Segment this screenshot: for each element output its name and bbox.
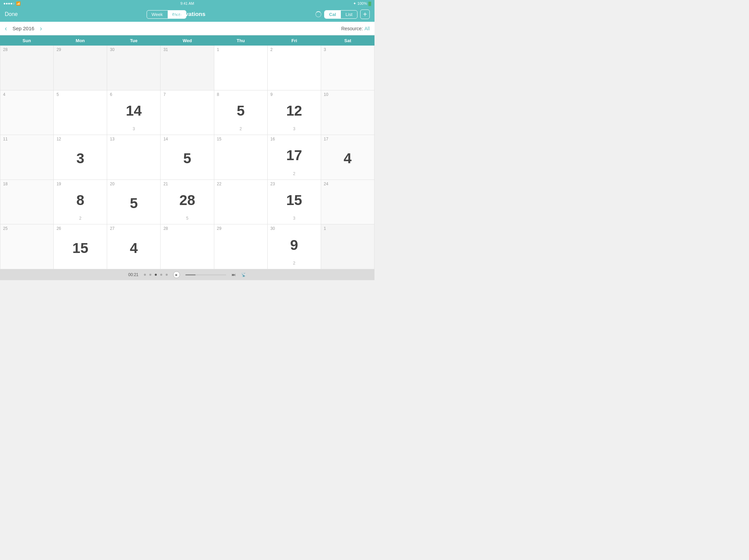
cell-date-number: 25 (3, 226, 51, 231)
wifi-icon: 📶 (16, 1, 21, 6)
calendar-cell[interactable]: 6143 (107, 90, 161, 135)
play-button[interactable]: ▶ (173, 271, 180, 278)
status-time: 9:41 AM (180, 1, 194, 5)
done-button[interactable]: Done (5, 11, 18, 17)
cell-sub-count: 3 (270, 126, 318, 131)
bottom-dot-0 (144, 274, 146, 276)
calendar-cell[interactable]: 2 (268, 46, 321, 90)
week-view-button[interactable]: Week (147, 11, 168, 18)
calendar-cell[interactable]: 274 (107, 224, 161, 269)
cal-button[interactable]: Cal (324, 11, 341, 18)
calendar-cell[interactable]: 1 (214, 46, 268, 90)
calendar-cell[interactable]: 3092 (268, 224, 321, 269)
calendar-cell[interactable]: 4 (0, 90, 54, 135)
calendar-cell[interactable]: 21285 (161, 180, 214, 225)
cell-date-number: 1 (217, 48, 265, 52)
forward-icon[interactable]: ⏭ (232, 272, 236, 277)
resource-label: Resource: (341, 26, 363, 31)
calendar-cell[interactable]: 145 (161, 135, 214, 180)
cell-date-number: 31 (163, 48, 211, 52)
bottom-dot-1 (149, 274, 151, 276)
status-left: ●●●●○ 📶 (3, 1, 21, 6)
cell-date-number: 30 (110, 48, 157, 52)
dow-cell-fri: Fri (267, 35, 321, 46)
cell-date-number: 29 (217, 226, 265, 231)
calendar-grid: 2829303112345614378529123101112313145151… (0, 46, 375, 269)
progress-bar[interactable] (185, 274, 226, 275)
calendar-cell[interactable]: 31 (161, 46, 214, 90)
cell-date-number: 4 (3, 92, 51, 97)
calendar-cell[interactable]: 852 (214, 90, 268, 135)
month-nav: ‹ Sep 2016 › Resource: All (0, 22, 375, 35)
list-button[interactable]: List (341, 11, 357, 18)
calendar-cell[interactable]: 123 (54, 135, 107, 180)
navbar-title: Reservations (169, 11, 205, 18)
cell-sub-count: 3 (270, 216, 318, 221)
next-month-button[interactable]: › (40, 24, 42, 32)
calendar-cell[interactable]: 16172 (268, 135, 321, 180)
calendar-cell[interactable]: 28 (161, 224, 214, 269)
cell-date-number: 13 (110, 137, 157, 141)
cell-date-number: 1 (324, 226, 371, 231)
calendar-cell[interactable]: 2615 (54, 224, 107, 269)
dow-cell-sat: Sat (321, 35, 375, 46)
calendar-cell[interactable]: 18 (0, 180, 54, 225)
dow-cell-wed: Wed (161, 35, 214, 46)
calendar-cell[interactable]: 29 (214, 224, 268, 269)
add-button[interactable]: + (360, 10, 370, 19)
cell-date-number: 10 (324, 92, 371, 97)
dow-cell-tue: Tue (107, 35, 161, 46)
calendar-cell[interactable]: 9123 (268, 90, 321, 135)
status-bar: ●●●●○ 📶 9:41 AM ✦ 100% ▓ (0, 0, 375, 7)
resource-value[interactable]: All (364, 26, 370, 31)
cell-reservation-count: 28 (163, 185, 211, 216)
battery-label: 100% (357, 1, 367, 5)
calendar-cell[interactable]: 5 (54, 90, 107, 135)
cell-sub-count: 5 (163, 216, 211, 221)
calendar-cell[interactable]: 13 (107, 135, 161, 180)
month-nav-left: ‹ Sep 2016 › (5, 24, 42, 32)
dow-cell-mon: Mon (53, 35, 107, 46)
battery-icon: ▓ (368, 1, 371, 5)
month-year-label: Sep 2016 (13, 26, 34, 31)
calendar-cell[interactable]: 28 (0, 46, 54, 90)
calendar-cell[interactable]: 24 (321, 180, 375, 225)
signal-dots: ●●●●○ (3, 1, 15, 5)
wifi-bottom-icon: 📡 (241, 272, 246, 277)
prev-month-button[interactable]: ‹ (5, 24, 7, 32)
calendar-cell[interactable]: 11 (0, 135, 54, 180)
cell-reservation-count: 15 (270, 185, 318, 216)
cell-date-number: 28 (163, 226, 211, 231)
cell-reservation-count: 3 (56, 140, 104, 177)
calendar-cell[interactable]: 10 (321, 90, 375, 135)
bottom-dot-3 (160, 274, 162, 276)
calendar-cell[interactable]: 29 (54, 46, 107, 90)
bottom-controls (144, 274, 168, 276)
calendar-cell[interactable]: 174 (321, 135, 375, 180)
bottom-time: 00:21 (128, 272, 138, 277)
cell-sub-count: 2 (270, 261, 318, 266)
bottom-dot-4 (166, 274, 168, 276)
cell-reservation-count: 5 (163, 140, 211, 177)
cell-date-number: 11 (3, 137, 51, 141)
dow-header: SunMonTueWedThuFriSat (0, 35, 375, 46)
cell-sub-count: 3 (110, 126, 157, 131)
bottom-dot-2 (155, 274, 157, 276)
calendar-cell[interactable]: 30 (107, 46, 161, 90)
cell-date-number: 29 (56, 48, 104, 52)
calendar-cell[interactable]: 22 (214, 180, 268, 225)
cell-date-number: 7 (163, 92, 211, 97)
calendar-cell[interactable]: 3 (321, 46, 375, 90)
calendar-cell[interactable]: 23153 (268, 180, 321, 225)
cell-reservation-count: 15 (56, 229, 104, 267)
bluetooth-icon: ✦ (353, 1, 356, 6)
status-right: ✦ 100% ▓ (353, 1, 371, 6)
calendar-cell[interactable]: 7 (161, 90, 214, 135)
calendar-cell[interactable]: 205 (107, 180, 161, 225)
calendar-cell[interactable]: 1 (321, 224, 375, 269)
cal-list-toggle: Cal List (324, 10, 357, 19)
calendar-cell[interactable]: 15 (214, 135, 268, 180)
cell-sub-count: 2 (270, 171, 318, 176)
calendar-cell[interactable]: 25 (0, 224, 54, 269)
calendar-cell[interactable]: 1982 (54, 180, 107, 225)
